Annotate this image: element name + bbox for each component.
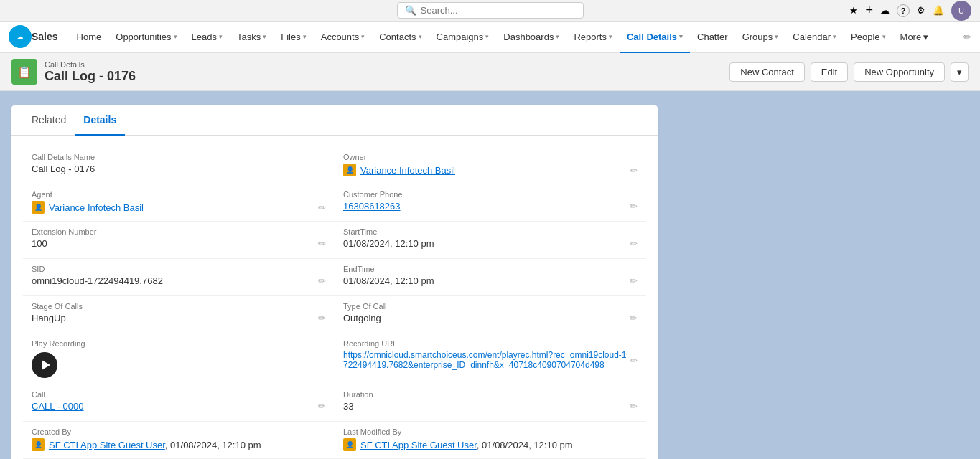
sid-row: omni19cloud-1722494419.7682 ✏ [32, 275, 326, 286]
bell-icon[interactable]: 🔔 [933, 5, 944, 16]
field-owner: Owner 👤 Variance Infotech Basil ✏ [335, 147, 646, 184]
nav-edit-icon[interactable]: ✏ [963, 32, 971, 42]
page-header: 📋 Call Details Call Log - 0176 New Conta… [0, 53, 980, 91]
utility-bar: 🔍 ★ + ☁ ? ⚙ 🔔 U [0, 0, 980, 22]
nav-calendar[interactable]: Calendar ▾ [785, 22, 844, 53]
customer-phone-value[interactable]: 16308618263 [343, 201, 401, 212]
nav-opportunities[interactable]: Opportunities ▾ [108, 22, 184, 53]
extension-edit-icon[interactable]: ✏ [318, 238, 326, 249]
extension-number-row: 100 ✏ [32, 238, 326, 249]
utility-right-icons: ★ + ☁ ? ⚙ 🔔 U [849, 1, 971, 21]
type-of-call-label: Type Of Call [343, 302, 638, 311]
type-of-call-edit-icon[interactable]: ✏ [630, 313, 638, 323]
nav-groups[interactable]: Groups ▾ [735, 22, 786, 53]
nav-files[interactable]: Files ▾ [274, 22, 313, 53]
sid-edit-icon[interactable]: ✏ [318, 275, 326, 286]
created-by-date: , 01/08/2024, 12:10 pm [165, 440, 261, 450]
nav-dashboards[interactable]: Dashboards ▾ [496, 22, 566, 53]
help-icon[interactable]: ? [897, 4, 910, 17]
user-avatar[interactable]: U [951, 1, 971, 21]
stage-of-calls-label: Stage Of Calls [32, 302, 326, 311]
start-time-edit-icon[interactable]: ✏ [630, 238, 638, 249]
recording-url-value[interactable]: https://omnicloud.smartchoiceus.com/ent/… [343, 350, 630, 370]
play-recording-button[interactable] [32, 352, 57, 378]
nav-accounts[interactable]: Accounts ▾ [314, 22, 372, 53]
call-edit-icon[interactable]: ✏ [318, 401, 326, 412]
end-time-label: EndTime [343, 265, 638, 273]
nav-people[interactable]: People ▾ [844, 22, 892, 53]
duration-value: 33 [343, 401, 353, 412]
cloud-icon[interactable]: ☁ [880, 5, 890, 16]
type-of-call-value: Outgoing [343, 313, 381, 323]
dashboards-chevron: ▾ [556, 33, 559, 40]
page-header-actions: New Contact Edit New Opportunity ▾ [729, 62, 969, 82]
breadcrumb: Call Details [45, 60, 136, 69]
agent-left: 👤 Variance Infotech Basil [32, 201, 144, 214]
more-chevron: ▾ [923, 32, 928, 42]
new-opportunity-button[interactable]: New Opportunity [854, 62, 945, 82]
nav-contacts[interactable]: Contacts ▾ [372, 22, 429, 53]
search-bar[interactable]: 🔍 [397, 2, 584, 19]
start-time-value: 01/08/2024, 12:10 pm [343, 238, 434, 249]
owner-edit-icon[interactable]: ✏ [630, 165, 638, 176]
end-time-value: 01/08/2024, 12:10 pm [343, 275, 434, 286]
people-chevron: ▾ [882, 33, 886, 40]
last-modified-by-name[interactable]: SF CTI App Site Guest User [360, 440, 477, 450]
stage-edit-icon[interactable]: ✏ [318, 313, 326, 323]
page-header-text: Call Details Call Log - 0176 [45, 60, 136, 84]
edit-button[interactable]: Edit [811, 62, 848, 82]
nav-home[interactable]: Home [70, 22, 109, 53]
search-input[interactable] [421, 5, 576, 16]
stage-of-calls-row: HangUp ✏ [32, 313, 326, 323]
field-type-of-call: Type Of Call Outgoing ✏ [335, 296, 646, 333]
tab-related[interactable]: Related [23, 105, 75, 136]
call-details-chevron: ▾ [679, 33, 683, 40]
owner-row: 👤 Variance Infotech Basil ✏ [343, 164, 638, 176]
settings-icon[interactable]: ⚙ [917, 5, 925, 16]
nav-reports[interactable]: Reports ▾ [566, 22, 620, 53]
call-label: Call [32, 390, 326, 399]
field-duration: Duration 33 ✏ [335, 384, 646, 422]
agent-edit-icon[interactable]: ✏ [318, 202, 326, 213]
field-call-details-name: Call Details Name Call Log - 0176 [23, 147, 335, 184]
nav-leads[interactable]: Leads ▾ [185, 22, 230, 53]
customer-phone-label: Customer Phone [343, 190, 638, 199]
accounts-chevron: ▾ [361, 33, 365, 40]
field-call: Call CALL - 0000 ✏ [23, 384, 335, 422]
duration-edit-icon[interactable]: ✏ [630, 401, 638, 412]
play-recording-label: Play Recording [32, 339, 326, 348]
tab-details[interactable]: Details [75, 105, 125, 136]
nav-tasks[interactable]: Tasks ▾ [230, 22, 274, 53]
add-icon[interactable]: + [865, 3, 873, 18]
nav-more[interactable]: More ▾ [893, 32, 936, 42]
created-by-avatar-icon: 👤 [32, 438, 45, 451]
detail-panel: Related Details Call Details Name Call L… [11, 105, 658, 459]
actions-dropdown-button[interactable]: ▾ [951, 62, 969, 82]
agent-value[interactable]: Variance Infotech Basil [49, 202, 144, 213]
last-modified-by-row: 👤 SF CTI App Site Guest User, 01/08/2024… [343, 438, 638, 451]
field-start-time: StartTime 01/08/2024, 12:10 pm ✏ [335, 222, 646, 259]
field-agent: Agent 👤 Variance Infotech Basil ✏ [23, 184, 335, 222]
field-extension-number: Extension Number 100 ✏ [23, 222, 335, 259]
page-title: Call Log - 0176 [45, 69, 136, 84]
call-value[interactable]: CALL - 0000 [32, 401, 84, 412]
recording-url-edit-icon[interactable]: ✏ [630, 355, 638, 366]
recording-url-row: https://omnicloud.smartchoiceus.com/ent/… [343, 350, 638, 370]
new-contact-button[interactable]: New Contact [729, 62, 804, 82]
right-side-bg [658, 105, 969, 459]
star-icon[interactable]: ★ [849, 5, 858, 16]
last-modified-by-value: SF CTI App Site Guest User, 01/08/2024, … [360, 440, 573, 450]
field-stage-of-calls: Stage Of Calls HangUp ✏ [23, 296, 335, 333]
customer-phone-edit-icon[interactable]: ✏ [630, 201, 638, 212]
last-modified-by-date: , 01/08/2024, 12:10 pm [477, 440, 573, 450]
nav-call-details[interactable]: Call Details ▾ [620, 22, 690, 53]
detail-grid: Call Details Name Call Log - 0176 Owner … [11, 136, 658, 459]
nav-chatter[interactable]: Chatter [690, 22, 735, 53]
nav-campaigns[interactable]: Campaigns ▾ [429, 22, 497, 53]
last-modified-avatar-icon: 👤 [343, 438, 356, 451]
created-by-name[interactable]: SF CTI App Site Guest User [49, 440, 165, 450]
owner-value[interactable]: Variance Infotech Basil [360, 165, 455, 176]
reports-chevron: ▾ [609, 33, 612, 40]
end-time-edit-icon[interactable]: ✏ [630, 275, 638, 286]
agent-avatar-icon: 👤 [32, 201, 45, 214]
